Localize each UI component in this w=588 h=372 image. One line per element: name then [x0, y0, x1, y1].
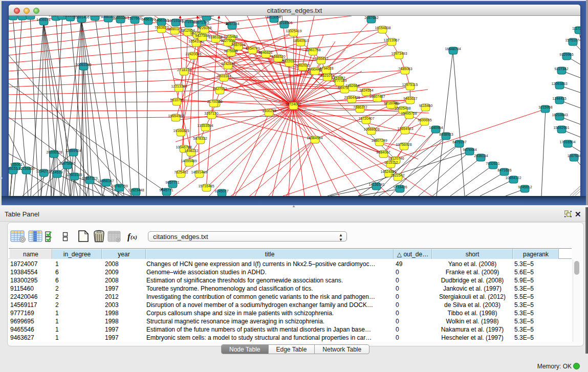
svg-text:935001: 935001 — [10, 163, 22, 166]
svg-text:7357224: 7357224 — [225, 22, 239, 26]
svg-text:12342737: 12342737 — [36, 169, 52, 173]
svg-text:9329965: 9329965 — [559, 53, 573, 56]
svg-text:7632621: 7632621 — [486, 162, 499, 165]
svg-text:9384067: 9384067 — [376, 150, 390, 154]
svg-text:9245612: 9245612 — [518, 185, 532, 189]
svg-text:6794028: 6794028 — [319, 67, 333, 70]
svg-text:7386372: 7386372 — [353, 105, 367, 109]
svg-text:19166825: 19166825 — [173, 129, 189, 133]
svg-text:2718176: 2718176 — [177, 68, 191, 72]
svg-text:10025438: 10025438 — [395, 106, 410, 110]
svg-text:9315468: 9315468 — [224, 35, 237, 38]
svg-text:9657771: 9657771 — [165, 181, 179, 184]
svg-text:15720407: 15720407 — [358, 117, 374, 120]
svg-text:2603144: 2603144 — [217, 74, 231, 78]
svg-text:19975687: 19975687 — [59, 162, 75, 165]
svg-text:9242848: 9242848 — [221, 62, 235, 65]
svg-text:12359924: 12359924 — [65, 149, 81, 152]
svg-text:1527602: 1527602 — [127, 16, 141, 20]
svg-text:18640910: 18640910 — [293, 39, 309, 42]
svg-text:9245077: 9245077 — [214, 189, 228, 193]
svg-text:(x): (x) — [130, 234, 137, 240]
svg-text:1405571: 1405571 — [36, 18, 50, 21]
svg-text:19756928: 19756928 — [396, 143, 411, 146]
svg-text:14691449: 14691449 — [191, 170, 207, 174]
svg-text:10653267: 10653267 — [113, 16, 128, 19]
svg-text:9227342: 9227342 — [554, 67, 568, 71]
svg-text:14099489: 14099489 — [181, 159, 197, 163]
svg-text:1300293: 1300293 — [262, 109, 276, 113]
svg-text:8454749: 8454749 — [246, 47, 259, 50]
svg-text:9474444: 9474444 — [463, 148, 476, 151]
svg-text:1615112: 1615112 — [384, 161, 398, 164]
svg-text:7462664: 7462664 — [345, 84, 359, 87]
svg-text:10654122: 10654122 — [505, 176, 521, 180]
svg-text:8813054: 8813054 — [267, 16, 280, 19]
svg-text:1588520: 1588520 — [271, 55, 285, 58]
svg-text:9645771: 9645771 — [159, 188, 173, 192]
svg-text:114519: 114519 — [51, 170, 63, 174]
svg-text:16033809: 16033809 — [198, 16, 214, 17]
svg-text:14524851: 14524851 — [380, 170, 396, 173]
svg-text:18724007: 18724007 — [285, 102, 301, 106]
svg-text:19654982: 19654982 — [168, 114, 184, 118]
svg-text:9427502: 9427502 — [195, 34, 209, 37]
svg-text:1362615: 1362615 — [296, 63, 310, 67]
svg-text:9115460: 9115460 — [419, 104, 433, 107]
svg-text:6479197: 6479197 — [452, 140, 466, 144]
svg-text:1167534: 1167534 — [568, 154, 580, 158]
svg-text:16210643: 16210643 — [552, 113, 568, 117]
svg-text:1610755: 1610755 — [170, 98, 184, 102]
svg-text:14136141: 14136141 — [368, 183, 384, 186]
svg-text:5878332: 5878332 — [193, 137, 207, 140]
svg-text:1733426: 1733426 — [393, 185, 407, 189]
svg-text:7625402: 7625402 — [174, 170, 188, 174]
svg-text:10807487: 10807487 — [369, 95, 385, 98]
svg-text:12213967: 12213967 — [383, 38, 399, 42]
svg-text:14958147: 14958147 — [98, 179, 114, 183]
svg-text:8427552: 8427552 — [213, 87, 227, 91]
svg-text:3875685: 3875685 — [224, 49, 237, 53]
svg-text:7485063: 7485063 — [398, 67, 412, 71]
svg-text:8322037: 8322037 — [282, 59, 296, 63]
svg-text:9463627: 9463627 — [403, 97, 417, 100]
svg-text:12213369: 12213369 — [171, 84, 187, 88]
svg-text:10046788: 10046788 — [176, 145, 191, 149]
svg-text:9646821: 9646821 — [258, 51, 272, 54]
svg-text:9777169: 9777169 — [333, 79, 346, 82]
svg-text:20364436: 20364436 — [344, 96, 360, 99]
svg-text:17016504: 17016504 — [559, 140, 575, 144]
svg-text:8938923: 8938923 — [439, 133, 453, 136]
svg-text:15751074: 15751074 — [565, 38, 580, 42]
svg-text:13353594: 13353594 — [197, 124, 213, 127]
svg-text:1498222: 1498222 — [184, 149, 198, 152]
svg-text:39151: 39151 — [9, 167, 18, 170]
svg-text:1640954: 1640954 — [429, 126, 443, 129]
svg-text:7955812: 7955812 — [314, 57, 328, 60]
svg-text:15495758: 15495758 — [401, 112, 417, 115]
svg-text:7663822: 7663822 — [155, 26, 168, 29]
svg-text:12156859: 12156859 — [18, 167, 34, 170]
svg-text:6216040: 6216040 — [384, 101, 398, 105]
svg-text:1117205: 1117205 — [572, 27, 580, 30]
svg-text:2935134: 2935134 — [474, 154, 488, 158]
svg-text:10973493: 10973493 — [391, 52, 407, 55]
svg-text:3226058: 3226058 — [198, 26, 211, 30]
svg-text:3824554: 3824554 — [359, 89, 373, 92]
svg-text:3267130: 3267130 — [204, 112, 218, 115]
svg-text:15692951: 15692951 — [553, 126, 569, 129]
svg-text:10688609: 10688609 — [363, 127, 379, 131]
svg-text:6466160: 6466160 — [155, 18, 168, 22]
svg-text:2087682: 2087682 — [364, 16, 378, 19]
svg-text:15716485: 15716485 — [198, 184, 214, 188]
svg-text:19384554: 19384554 — [307, 136, 322, 140]
svg-text:2170011: 2170011 — [207, 100, 221, 103]
svg-text:16154838: 16154838 — [375, 26, 390, 30]
svg-text:13325419: 13325419 — [286, 29, 301, 33]
svg-text:12503135: 12503135 — [66, 173, 82, 177]
svg-text:17857223: 17857223 — [81, 177, 97, 180]
svg-text:13654923: 13654923 — [397, 127, 413, 130]
svg-text:16671385: 16671385 — [193, 20, 209, 24]
svg-text:20053346: 20053346 — [75, 63, 91, 67]
svg-text:12093853: 12093853 — [551, 82, 567, 85]
